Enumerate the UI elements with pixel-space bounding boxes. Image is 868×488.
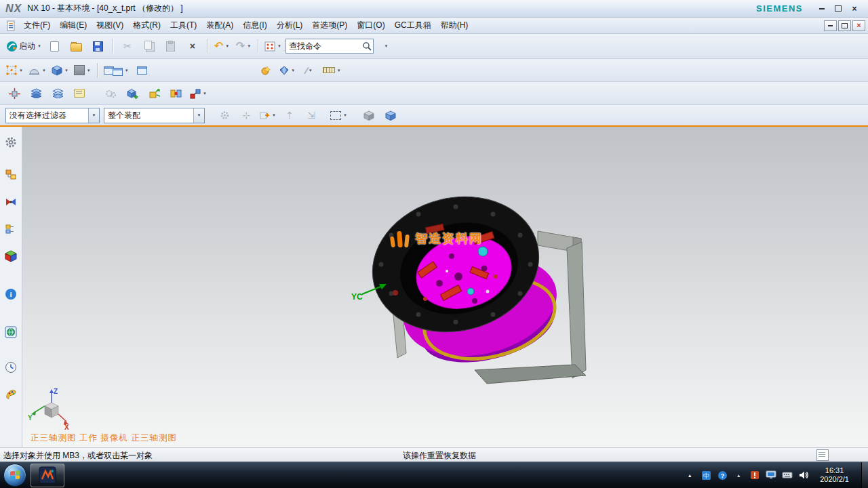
menu-format[interactable]: 格式(R) <box>128 18 165 33</box>
model-right-bracket-plate[interactable] <box>567 242 586 378</box>
menu-help[interactable]: 帮助(H) <box>436 18 473 33</box>
redo-arrow-icon: ↷ <box>236 41 245 52</box>
view-background-button[interactable]: ▼ <box>72 61 93 80</box>
rectangle-select-button[interactable]: ▼ <box>328 106 349 125</box>
chevron-down-icon: ▼ <box>37 44 41 48</box>
touch-mode-button[interactable]: ▼ <box>262 37 283 56</box>
menu-tools[interactable]: 工具(T) <box>165 18 201 33</box>
system-materials-button[interactable] <box>2 386 20 403</box>
command-finder-input[interactable] <box>288 41 362 52</box>
graphics-window[interactable]: YC Z Y X <box>22 127 868 447</box>
windows-taskbar: ▲ 中 ? ▲ 16:31 2020/2/1 <box>0 462 868 488</box>
highlight-shaded-button[interactable] <box>380 106 401 125</box>
wave-geometry-linker-button[interactable] <box>100 84 121 103</box>
hidden-icons-button[interactable]: ▲ <box>684 470 695 481</box>
maximize-button[interactable] <box>830 3 846 15</box>
assembly-constraints-button[interactable] <box>165 84 186 103</box>
menu-gc-toolbox[interactable]: GC工具箱 <box>390 18 436 33</box>
status-bar: 选择对象并使用 MB3，或者双击某一对象 该操作重置恢复数据 <box>0 447 868 462</box>
tray-up-arrow-icon[interactable]: ▲ <box>733 470 744 481</box>
tray-ime-icon[interactable]: 中 <box>701 470 711 481</box>
delete-button[interactable]: × <box>182 37 203 56</box>
tray-alert-icon[interactable] <box>749 470 760 481</box>
start-button[interactable] <box>3 464 26 487</box>
copy-button[interactable] <box>139 37 159 56</box>
snap-arrow-up-button[interactable]: ⇡ <box>279 106 300 125</box>
highlight-gray-button[interactable] <box>359 106 379 125</box>
snap-arrow-corner-button[interactable]: ⇲ <box>301 106 321 125</box>
menu-assemblies[interactable]: 装配(A) <box>201 18 238 33</box>
roles-button[interactable] <box>2 134 20 151</box>
reuse-library-button[interactable] <box>2 247 20 265</box>
tray-help-icon[interactable]: ? <box>717 470 728 481</box>
tray-volume-icon[interactable] <box>798 470 809 481</box>
view-triad[interactable]: Z Y X <box>28 388 69 431</box>
snap-point-toggle-button[interactable]: ⊹ <box>236 106 256 125</box>
find-component-button[interactable] <box>4 84 24 103</box>
open-file-button[interactable] <box>66 37 87 56</box>
mdi-minimize-button[interactable] <box>824 20 837 31</box>
menu-file[interactable]: 文件(F) <box>19 18 55 33</box>
system-tray: ▲ 中 ? ▲ 16:31 2020/2/1 <box>684 466 861 484</box>
exploded-views-button[interactable]: ▼ <box>187 84 209 103</box>
mdi-close-button[interactable]: × <box>852 20 865 31</box>
close-button[interactable]: × <box>846 3 863 15</box>
minimize-button[interactable] <box>814 3 830 15</box>
constraint-navigator-button[interactable] <box>2 193 20 211</box>
render-style-button[interactable]: ▼ <box>26 61 48 80</box>
window-cascade-button[interactable]: ▼ <box>102 61 131 80</box>
move-component-button[interactable] <box>144 84 164 103</box>
menu-edit[interactable]: 编辑(E) <box>55 18 92 33</box>
new-file-button[interactable] <box>45 37 65 56</box>
undo-button[interactable]: ↶▼ <box>212 37 232 56</box>
watermark-flame-icon <box>388 228 412 249</box>
model-bracket-foot[interactable] <box>475 365 586 384</box>
visual-effects-button[interactable]: ▼ <box>277 61 298 80</box>
tray-display-icon[interactable] <box>766 470 776 481</box>
orient-view-button[interactable]: ▼ <box>50 61 71 80</box>
menu-preferences[interactable]: 首选项(P) <box>307 18 352 33</box>
chevron-down-icon: ▼ <box>337 68 341 73</box>
datum-display-button[interactable]: ▼ <box>4 61 25 80</box>
selection-scope-combo[interactable]: 整个装配 ▼ <box>104 108 205 123</box>
selection-filter-value: 没有选择过滤器 <box>9 110 85 121</box>
taskbar-nx-app-button[interactable] <box>31 464 64 487</box>
snap-point-plus-button[interactable]: ▼ <box>258 106 278 125</box>
snap-settings-button[interactable] <box>214 106 235 125</box>
mdi-restore-button[interactable] <box>838 20 851 31</box>
tray-keyboard-icon[interactable] <box>782 470 793 481</box>
save-button[interactable] <box>88 37 108 56</box>
redo-button[interactable]: ↷▼ <box>233 37 254 56</box>
chevron-down-icon: ▼ <box>193 108 204 123</box>
history-button[interactable] <box>2 359 20 376</box>
part-navigator-button[interactable] <box>2 220 20 238</box>
search-icon[interactable] <box>362 41 372 51</box>
menu-analysis[interactable]: 分析(L) <box>272 18 308 33</box>
undo-arrow-icon: ↶ <box>214 41 223 52</box>
menu-window[interactable]: 窗口(O) <box>352 18 389 33</box>
paste-button[interactable] <box>161 37 181 56</box>
contact-sheet-button[interactable] <box>69 84 90 103</box>
assembly-navigator-button[interactable] <box>2 166 20 184</box>
start-menu-button[interactable]: 启动 ▼ <box>4 37 43 56</box>
clock-time: 16:31 <box>825 466 844 475</box>
show-handles-button[interactable] <box>256 61 276 80</box>
taskbar-clock[interactable]: 16:31 2020/2/1 <box>814 466 854 484</box>
new-window-button[interactable] <box>132 61 153 80</box>
cut-button[interactable]: ✂ <box>117 37 138 56</box>
open-by-proximity-button[interactable] <box>26 84 46 103</box>
clip-section-button[interactable]: ∕∕∕▼ <box>299 61 319 80</box>
menu-view[interactable]: 视图(V) <box>92 18 128 33</box>
model-cyan-pin-2[interactable] <box>467 288 474 295</box>
selection-filter-combo[interactable]: 没有选择过滤器 ▼ <box>5 108 100 123</box>
show-product-outline-button[interactable] <box>47 84 68 103</box>
web-browser-button[interactable] <box>2 323 20 341</box>
selection-bar: 没有选择过滤器 ▼ 整个装配 ▼ ⊹ ▼ ⇡ ⇲ ▼ <box>0 105 868 125</box>
notes-icon[interactable] <box>816 449 829 461</box>
measure-button[interactable]: ▼ <box>321 61 343 80</box>
command-finder-dropdown-button[interactable]: ▼ <box>376 37 396 56</box>
menu-information[interactable]: 信息(I) <box>238 18 271 33</box>
hd3d-tools-button[interactable]: i <box>2 285 20 303</box>
show-desktop-button[interactable] <box>861 462 868 488</box>
add-component-button[interactable] <box>122 84 142 103</box>
